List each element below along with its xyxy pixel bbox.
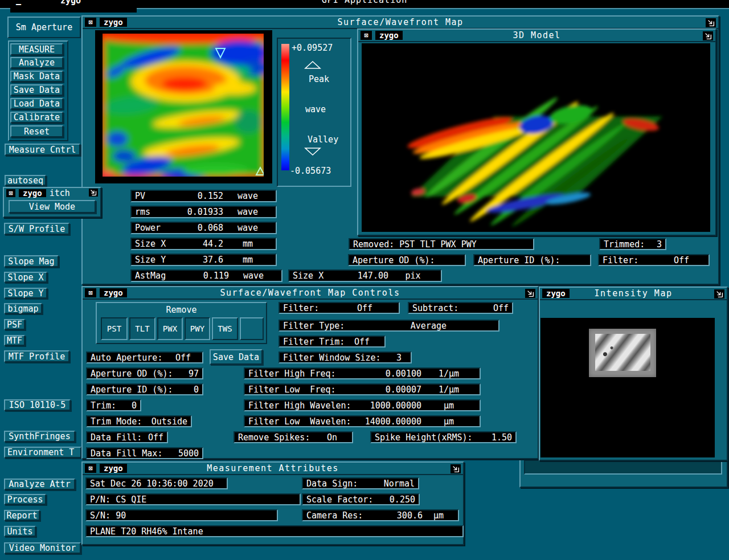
filter-high-wavelen-input[interactable]: Filter High Wavelen:1000.00000µm xyxy=(244,399,481,411)
switch-window: ⊠ zygo itch View Mode xyxy=(3,187,101,218)
model3d-titlebar: ⊠ zygo 3D Model xyxy=(358,30,715,42)
aperture-id-input[interactable]: Aperture ID (%):0 xyxy=(86,383,203,395)
pin-icon[interactable] xyxy=(703,31,713,40)
data-sign-field[interactable]: Data Sign:Normal xyxy=(302,477,419,489)
date-field[interactable]: Sat Dec 26 10:36:00 2020 xyxy=(85,477,228,489)
metropro-screen: GPI Application — zygo Sm Aperture MEASU… xyxy=(0,0,729,560)
iso-10110-5-button[interactable]: ISO 10110-5 xyxy=(4,399,71,411)
part-number-field[interactable]: P/N: CS QIE xyxy=(85,493,301,505)
valley-triangle-icon xyxy=(304,147,321,156)
remove-pwx-button[interactable]: PWX xyxy=(157,317,183,340)
filter-type-field[interactable]: Filter Type:Average xyxy=(279,320,499,332)
aperture-id-field[interactable]: Aperture ID (%): xyxy=(473,254,591,266)
bigmap-button[interactable]: bigmap xyxy=(4,303,42,314)
synthfringes-button[interactable]: SynthFringes xyxy=(4,431,75,442)
filter-field[interactable]: Filter:Off xyxy=(279,302,400,314)
aperture-od-field[interactable]: Aperture OD (%): xyxy=(348,254,466,266)
measure-cntrl-button[interactable]: Measure Cntrl xyxy=(5,144,80,156)
remove-empty-button[interactable] xyxy=(240,317,264,340)
serial-number-field[interactable]: S/N: 90 xyxy=(85,509,278,521)
autoseq-button[interactable]: autoseq xyxy=(5,175,46,186)
psf-button[interactable]: PSF xyxy=(4,319,25,330)
pin-icon[interactable] xyxy=(89,189,98,197)
data-fill-field[interactable]: Data Fill:Off xyxy=(86,431,168,443)
slope-x-button[interactable]: Slope X xyxy=(4,272,47,283)
controls-title: Surface/Wavefront Map Controls xyxy=(83,288,538,298)
comment-field[interactable]: PLANE T20 RH46% Intane xyxy=(85,525,464,537)
filter-low-wavelen-input[interactable]: Filter Low Wavelen:14000.00000µm xyxy=(244,415,481,427)
pin-icon[interactable] xyxy=(706,18,716,27)
power-field[interactable]: Power0.068wave xyxy=(130,222,277,234)
rms-field[interactable]: rms0.01933wave xyxy=(130,206,277,218)
environment-button[interactable]: Environment T xyxy=(4,447,81,458)
pin-icon[interactable] xyxy=(450,464,461,473)
sw-profile-button[interactable]: S/W Profile xyxy=(4,223,69,235)
color-scale-bar xyxy=(281,44,289,170)
model3d-display xyxy=(362,43,710,232)
size-x-field[interactable]: Size X44.2mm xyxy=(130,238,277,250)
aperture-od-input[interactable]: Aperture OD (%):97 xyxy=(86,367,203,379)
remove-pst-button[interactable]: PST xyxy=(101,317,128,340)
model3d-image xyxy=(362,43,710,232)
slope-mag-button[interactable]: Slope Mag xyxy=(4,255,59,267)
pin-icon[interactable] xyxy=(525,289,535,298)
slope-y-button[interactable]: Slope Y xyxy=(4,288,47,299)
pin-icon[interactable] xyxy=(714,289,724,299)
camera-res-field[interactable]: Camera Res:300.6µm xyxy=(302,509,459,521)
filter-trim-field[interactable]: Filter Trim:Off xyxy=(279,336,386,348)
remove-spikes-field[interactable]: Remove Spikes:On xyxy=(234,431,353,443)
save-data-button[interactable]: Save Data xyxy=(10,84,63,96)
measure-button[interactable]: MEASURE xyxy=(10,43,63,55)
remove-tws-button[interactable]: TWS xyxy=(212,317,238,340)
sm-aperture-panel[interactable]: Sm Aperture xyxy=(7,17,81,38)
window-menu-icon[interactable]: ⊠ xyxy=(85,288,96,297)
reset-button[interactable]: Reset xyxy=(10,125,63,137)
zygo-logo: zygo xyxy=(100,18,127,27)
filter-high-freq-input[interactable]: Filter High Freq:0.001001/µm xyxy=(244,367,481,379)
data-fill-max-input[interactable]: Data Fill Max:5000 xyxy=(86,447,203,459)
spike-height-input[interactable]: Spike Height(xRMS):1.50 xyxy=(370,431,517,443)
analyze-attr-button[interactable]: Analyze Attr xyxy=(4,479,75,490)
analyze-button[interactable]: Analyze xyxy=(10,57,63,68)
auto-aperture-field[interactable]: Auto Aperture:Off xyxy=(86,351,203,363)
pv-field[interactable]: PV0.152wave xyxy=(130,190,277,202)
subtract-field[interactable]: Subtract:Off xyxy=(408,302,513,314)
trimmed-field[interactable]: Trimmed:3 xyxy=(599,238,666,250)
units-button[interactable]: Units xyxy=(4,526,36,537)
view-mode-button[interactable]: View Mode xyxy=(9,200,96,213)
astmag-field[interactable]: AstMag0.119wave xyxy=(130,269,282,282)
calibrate-button[interactable]: Calibrate xyxy=(10,112,63,123)
remove-tlt-button[interactable]: TLT xyxy=(129,317,155,340)
size-y-field[interactable]: Size Y37.6mm xyxy=(130,254,277,266)
window-menu-icon[interactable]: ⊠ xyxy=(6,189,15,197)
minimize-icon[interactable]: — xyxy=(16,0,21,9)
window-menu-icon[interactable]: ⊠ xyxy=(85,18,96,27)
save-data-controls-button[interactable]: Save Data xyxy=(210,349,263,365)
sm-aperture-label: Sm Aperture xyxy=(9,22,80,32)
mtf-profile-button[interactable]: MTF Profile xyxy=(4,350,69,362)
peak-triangle-icon xyxy=(304,60,321,70)
switch-titlebar: ⊠ zygo itch xyxy=(4,188,100,198)
load-data-button[interactable]: Load Data xyxy=(10,98,63,109)
mask-data-button[interactable]: Mask Data xyxy=(10,71,63,82)
size-x-pix-field[interactable]: Size X147.00pix xyxy=(288,269,442,282)
mtf-button[interactable]: MTF xyxy=(4,335,25,346)
scale-factor-field[interactable]: Scale Factor:0.250 xyxy=(302,493,420,505)
filter-window-size-field[interactable]: Filter Window Size:3 xyxy=(279,351,412,363)
peak-label: Peak xyxy=(309,74,329,84)
report-button[interactable]: Report xyxy=(4,510,40,521)
controls-titlebar: ⊠ zygo Surface/Wavefront Map Controls xyxy=(83,287,538,300)
process-button[interactable]: Process xyxy=(4,494,46,505)
window-menu-icon[interactable]: ⊠ xyxy=(361,31,372,40)
removed-field[interactable]: Removed: PST TLT PWX PWY xyxy=(349,238,534,250)
trim-input[interactable]: Trim:0 xyxy=(86,399,141,411)
video-monitor-button[interactable]: Video Monitor xyxy=(4,542,81,554)
intensity-titlebar: zygo Intensity Map xyxy=(540,288,727,300)
switch-title: itch xyxy=(50,188,70,198)
window-menu-icon[interactable]: ⊠ xyxy=(85,464,96,473)
filter-status-field[interactable]: Filter:Off xyxy=(598,254,710,266)
trim-mode-field[interactable]: Trim Mode:Outside xyxy=(86,415,192,427)
remove-pwy-button[interactable]: PWY xyxy=(185,317,210,340)
intensity-fringe-image xyxy=(589,329,656,377)
filter-low-freq-input[interactable]: Filter Low Freq:0.000071/µm xyxy=(244,383,481,395)
